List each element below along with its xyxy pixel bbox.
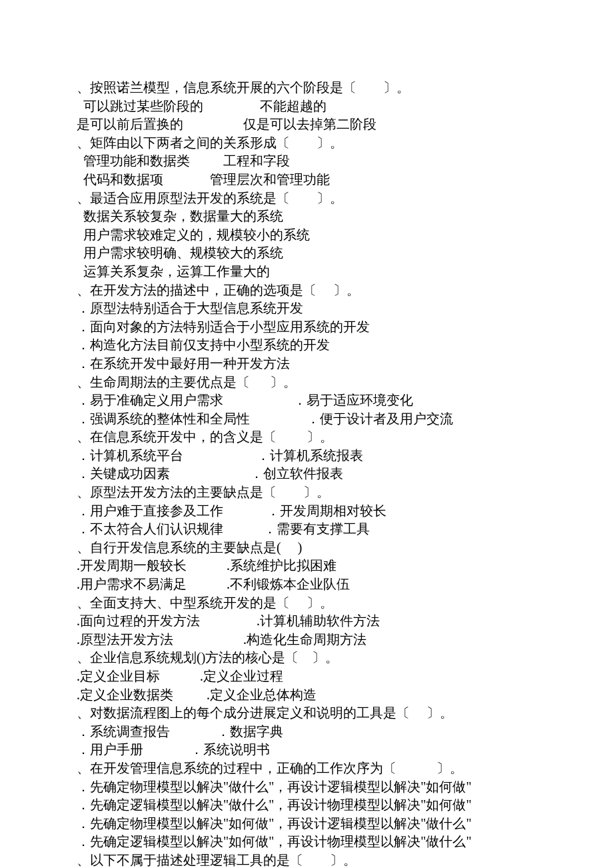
text-line: .开发周期一般较长 .系统维护比拟困难	[77, 557, 536, 575]
text-line: ．原型法特别适合于大型信息系统开发	[77, 299, 536, 318]
text-line: ．关键成功因素 ．创立软件报表	[77, 465, 536, 483]
text-line: 、以下不属于描述处理逻辑工具的是〔 〕。	[77, 851, 536, 868]
text-line: ．系统调查报告 ．数据字典	[77, 723, 536, 741]
text-line: 是可以前后置换的 仅是可以去掉第二阶段	[77, 115, 536, 134]
text-line: 、在信息系统开发中，的含义是〔 〕。	[77, 428, 536, 447]
text-line: 管理功能和数据类 工程和字段	[77, 152, 536, 171]
text-line: 、在开发方法的描述中，正确的选项是〔 〕。	[77, 281, 536, 300]
text-line: ．计算机系统平台 ．计算机系统报表	[77, 447, 536, 465]
text-line: 、生命周期法的主要优点是〔 〕。	[77, 373, 536, 392]
text-line: 运算关系复杂，运算工作量大的	[77, 263, 536, 281]
text-line: ．构造化方法目前仅支持中小型系统的开发	[77, 336, 536, 355]
text-line: ．先确定物理模型以解决"如何做"，再设计逻辑模型以解决"做什么"	[77, 815, 536, 833]
text-line: ．用户手册 ．系统说明书	[77, 741, 536, 759]
text-line: ．先确定物理模型以解决"做什么"，再设计逻辑模型以解决"如何做"	[77, 778, 536, 797]
text-line: .面向过程的开发方法 .计算机辅助软件方法	[77, 612, 536, 631]
text-line: 、全面支持大、中型系统开发的是〔 〕。	[77, 594, 536, 613]
text-line: ．强调系统的整体性和全局性 ．便于设计者及用户交流	[77, 410, 536, 429]
text-line: 、原型法开发方法的主要缺点是〔 〕。	[77, 483, 536, 502]
text-line: 、矩阵由以下两者之间的关系形成〔 〕。	[77, 134, 536, 153]
text-line: 可以跳过某些阶段的 不能超越的	[77, 97, 536, 116]
text-line: 用户需求较难定义的，规模较小的系统	[77, 226, 536, 245]
text-line: ．易于准确定义用户需求 ．易于适应环境变化	[77, 391, 536, 410]
text-line: ．在系统开发中最好用一种开发方法	[77, 355, 536, 373]
text-line: .原型法开发方法 .构造化生命周期方法	[77, 631, 536, 649]
text-line: 、按照诺兰模型，信息系统开展的六个阶段是〔 〕。	[77, 79, 536, 97]
text-line: ．先确定逻辑模型以解决"如何做"，再设计物理模型以解决"做什么"	[77, 833, 536, 851]
text-line: .用户需求不易满足 .不利锻炼本企业队伍	[77, 575, 536, 594]
text-line: 、在开发管理信息系统的过程中，正确的工作次序为〔 〕。	[77, 759, 536, 778]
text-line: 、自行开发信息系统的主要缺点是( )	[77, 539, 536, 557]
text-line: 、对数据流程图上的每个成分进展定义和说明的工具是〔 〕。	[77, 704, 536, 723]
text-line: .定义企业目标 .定义企业过程	[77, 667, 536, 686]
text-line: 、最适合应用原型法开发的系统是〔 〕。	[77, 189, 536, 208]
text-line: ．不太符合人们认识规律 ．需要有支撑工具	[77, 520, 536, 539]
text-line: 数据关系较复杂，数据量大的系统	[77, 207, 536, 226]
text-line: ．用户难于直接参及工作 ．开发周期相对较长	[77, 502, 536, 521]
text-line: 、企业信息系统规划()方法的核心是〔 〕。	[77, 649, 536, 667]
text-line: 用户需求较明确、规模较大的系统	[77, 244, 536, 263]
text-line: ．面向对象的方法特别适合于小型应用系统的开发	[77, 318, 536, 337]
text-line: ．先确定逻辑模型以解决"做什么"，再设计物理模型以解决"如何做"	[77, 796, 536, 815]
text-line: .定义企业数据类 .定义企业总体构造	[77, 686, 536, 705]
text-line: 代码和数据项 管理层次和管理功能	[77, 171, 536, 189]
document-page: 、按照诺兰模型，信息系统开展的六个阶段是〔 〕。 可以跳过某些阶段的 不能超越的…	[0, 0, 613, 868]
